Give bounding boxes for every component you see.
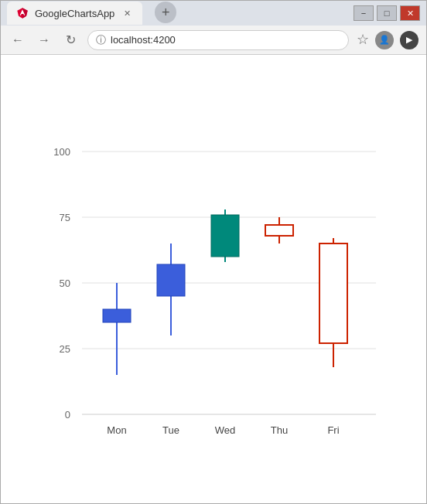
x-label-fri: Fri	[327, 424, 339, 436]
page-content: 100 75 50 25 0	[1, 55, 426, 503]
y-label-0: 0	[65, 409, 70, 421]
cast-icon[interactable]: ▶	[400, 31, 418, 49]
back-button[interactable]: ←	[9, 31, 27, 49]
profile-icon[interactable]: 👤	[375, 31, 394, 49]
address-icons: ☆ 👤 ▶	[357, 31, 418, 49]
mon-candle	[103, 309, 131, 322]
tab-close-button[interactable]: ✕	[121, 7, 133, 19]
url-text: localhost:4200	[111, 34, 176, 46]
thu-candle	[265, 225, 293, 236]
address-bar: ← → ↻ ⓘ localhost:4200 ☆ 👤 ▶	[1, 26, 426, 55]
x-label-tue: Tue	[162, 424, 179, 436]
forward-button[interactable]: →	[35, 31, 53, 49]
browser-window: GoogleChartsApp ✕ + − □ ✕ ← → ↻ ⓘ localh…	[0, 0, 427, 504]
y-label-75: 75	[60, 212, 70, 223]
refresh-button[interactable]: ↻	[61, 31, 80, 49]
fri-candle	[319, 243, 347, 343]
candlestick-chart: 100 75 50 25 0	[28, 105, 399, 453]
new-tab-button[interactable]: +	[155, 2, 176, 23]
chart-container: 100 75 50 25 0	[28, 105, 399, 453]
angular-icon	[16, 7, 29, 19]
y-label-50: 50	[60, 278, 70, 289]
maximize-button[interactable]: □	[377, 5, 397, 21]
window-controls: − □ ✕	[354, 5, 420, 21]
browser-tab[interactable]: GoogleChartsApp ✕	[7, 2, 142, 25]
y-label-100: 100	[53, 146, 70, 158]
wed-candle	[211, 215, 239, 257]
y-label-25: 25	[60, 343, 70, 355]
url-input[interactable]: ⓘ localhost:4200	[87, 30, 349, 50]
tab-label: GoogleChartsApp	[35, 8, 114, 19]
tue-candle	[157, 264, 185, 296]
star-icon[interactable]: ☆	[357, 31, 369, 49]
x-label-mon: Mon	[107, 424, 126, 436]
close-button[interactable]: ✕	[400, 5, 420, 21]
title-bar: GoogleChartsApp ✕ + − □ ✕	[1, 1, 426, 26]
x-label-wed: Wed	[215, 424, 236, 436]
minimize-button[interactable]: −	[354, 5, 374, 21]
info-icon: ⓘ	[96, 33, 106, 47]
x-label-thu: Thu	[271, 424, 288, 436]
